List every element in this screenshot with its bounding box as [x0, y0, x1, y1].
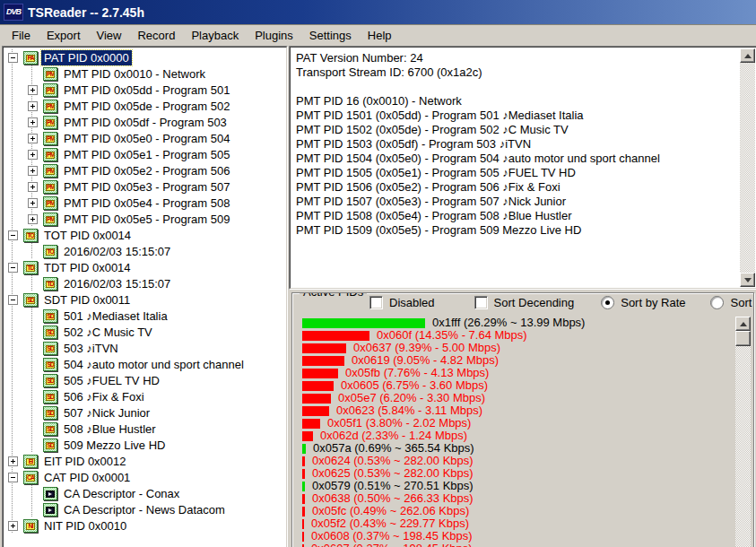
tree-row[interactable]: PMPMT PID 0x05de - Program 502	[4, 98, 285, 114]
section-table-icon: PM	[43, 148, 57, 161]
pid-rate-bar	[302, 406, 329, 416]
icon-tag	[46, 507, 55, 514]
pid-bar-label: 0x05fc (0.49% ~ 262.06 Kbps)	[312, 505, 469, 517]
info-scrollbar[interactable]	[740, 48, 755, 287]
collapse-icon[interactable]	[8, 263, 18, 273]
tree-row[interactable]: PMPMT PID 0x05e5 - Program 509	[4, 211, 285, 227]
tree-row[interactable]: TDTDT PID 0x0014	[4, 259, 285, 275]
tree-row[interactable]: EIEIT PID 0x0012	[4, 453, 285, 469]
expand-icon[interactable]	[28, 85, 38, 95]
tree-item-label: PMT PID 0x05e0 - Program 504	[61, 131, 232, 146]
ca-descriptor-icon	[43, 487, 57, 500]
tree-row[interactable]: PMPMT PID 0x05e3 - Program 507	[4, 178, 285, 195]
menu-view[interactable]: View	[89, 26, 130, 45]
section-table-icon: SD	[43, 390, 57, 404]
expand-icon[interactable]	[8, 521, 18, 531]
tree-row[interactable]: PMPMT PID 0x05e0 - Program 504	[4, 130, 285, 146]
expand-icon[interactable]	[28, 214, 38, 224]
pid-rate-bar	[302, 419, 320, 429]
expand-icon[interactable]	[28, 166, 38, 176]
expand-icon[interactable]	[28, 134, 38, 143]
tree-row[interactable]: TO2016/02/03 15:15:07	[4, 243, 285, 259]
menu-file[interactable]: File	[4, 26, 39, 45]
collapse-icon[interactable]	[8, 53, 18, 63]
tree-item-label: 502 ♪C Music TV	[61, 325, 155, 340]
pid-bar-row: 0x1fff (26.29% ~ 13.99 Mbps)	[302, 317, 730, 329]
menu-playback[interactable]: Playback	[183, 26, 247, 45]
disabled-checkbox[interactable]	[369, 296, 383, 309]
sort-by-pid-radio[interactable]	[710, 296, 724, 309]
tree-item-label: EIT PID 0x0012	[41, 454, 129, 469]
tree-item-label: CA Descriptor - Conax	[61, 486, 182, 501]
tree-row[interactable]: SDSDT PID 0x0011	[4, 291, 285, 308]
tree-row[interactable]: SD504 ♪auto motor und sport channel	[4, 356, 285, 372]
menu-settings[interactable]: Settings	[301, 26, 360, 45]
expand-icon[interactable]	[8, 456, 18, 466]
tree-row[interactable]: TOTOT PID 0x0014	[4, 227, 285, 243]
section-table-icon: PA	[23, 51, 38, 65]
sort-descending-checkbox[interactable]	[474, 296, 488, 309]
ca-descriptor-icon	[43, 503, 57, 517]
pid-rate-bar	[302, 394, 331, 404]
info-line: Transport Stream ID: 6700 (0x1a2c)	[296, 65, 739, 80]
tree-row[interactable]: PMPMT PID 0x05e2 - Program 506	[4, 162, 285, 178]
tree-item-label: NIT PID 0x0010	[41, 518, 129, 534]
expand-icon[interactable]	[28, 101, 38, 111]
collapse-icon[interactable]	[8, 295, 18, 305]
icon-tag: SD	[46, 361, 55, 369]
title-bar[interactable]: DVB TSReader -- 2.7.45h	[0, 0, 756, 25]
collapse-icon[interactable]	[8, 473, 18, 482]
scroll-down-button[interactable]	[740, 273, 755, 287]
tree-item-label: 505 ♪FUEL TV HD	[61, 373, 162, 388]
tree-row[interactable]: PMPMT PID 0x05e4 - Program 508	[4, 195, 285, 211]
tree-row[interactable]: SD505 ♪FUEL TV HD	[4, 372, 285, 388]
tree-row[interactable]: CACAT PID 0x0001	[4, 469, 285, 485]
tree-row[interactable]: CA Descriptor - News Datacom	[4, 501, 285, 517]
collapse-icon[interactable]	[8, 230, 18, 240]
menu-export[interactable]: Export	[39, 26, 89, 45]
tree-row[interactable]: SD503 ♪iTVN	[4, 340, 285, 356]
tree-row[interactable]: SD509 Mezzo Live HD	[4, 437, 285, 453]
expand-icon[interactable]	[28, 117, 38, 127]
expand-icon[interactable]	[28, 150, 38, 160]
pid-bar-label: 0x0605 (6.75% - 3.60 Mbps)	[341, 379, 488, 392]
icon-tag: SD	[46, 394, 55, 401]
tree-row[interactable]: NINIT PID 0x0010	[4, 517, 285, 534]
tree-item-label: 506 ♪Fix & Foxi	[61, 389, 147, 404]
tree-row[interactable]: PMPMT PID 0x05dd - Program 501	[4, 82, 285, 98]
scroll-up-button[interactable]	[735, 317, 751, 331]
icon-tag: PM	[46, 103, 55, 110]
tree-panel: PAPAT PID 0x0000PMPMT PID 0x0010 - Netwo…	[2, 46, 288, 547]
scroll-up-button[interactable]	[740, 48, 755, 63]
pid-rate-bars: 0x1fff (26.29% ~ 13.99 Mbps)0x060f (14.3…	[302, 317, 730, 547]
expand-icon[interactable]	[28, 182, 38, 192]
section-table-icon: PM	[43, 132, 57, 145]
pid-bar-label: 0x0625 (0.53% ~ 282.00 Kbps)	[312, 467, 474, 480]
sort-by-rate-radio[interactable]	[601, 296, 614, 309]
menu-record[interactable]: Record	[129, 26, 183, 45]
tree-row[interactable]: PMPMT PID 0x05e1 - Program 505	[4, 146, 285, 162]
section-table-icon: SD	[43, 358, 57, 371]
section-table-icon: TO	[23, 229, 38, 242]
tree-row[interactable]: PMPMT PID 0x0010 - Network	[4, 65, 285, 82]
tree-row[interactable]: PMPMT PID 0x05df - Program 503	[4, 114, 285, 130]
menu-help[interactable]: Help	[360, 26, 400, 45]
tree-row[interactable]: SD508 ♪Blue Hustler	[4, 421, 285, 437]
expand-icon[interactable]	[28, 198, 38, 208]
tree-row[interactable]: SD501 ♪Mediaset Italia	[4, 308, 285, 324]
tree-row[interactable]: SD502 ♪C Music TV	[4, 324, 285, 340]
pid-rate-bar	[302, 318, 425, 328]
pid-rate-bar	[302, 343, 346, 353]
pid-rate-bar	[302, 519, 304, 529]
tree-row[interactable]: TD2016/02/03 15:15:07	[4, 275, 285, 291]
down-arrow-icon	[744, 278, 752, 282]
section-table-icon: CA	[23, 471, 38, 484]
menu-plugins[interactable]: Plugins	[247, 26, 301, 45]
pids-scrollbar[interactable]	[735, 317, 751, 547]
tree-row[interactable]: CA Descriptor - Conax	[4, 485, 285, 501]
scrollbar-thumb[interactable]	[735, 331, 751, 346]
tree-row[interactable]: SD507 ♪Nick Junior	[4, 404, 285, 421]
section-table-icon: SD	[23, 293, 38, 307]
tree-row[interactable]: SD506 ♪Fix & Foxi	[4, 388, 285, 404]
tree-row[interactable]: PAPAT PID 0x0000	[4, 49, 285, 65]
